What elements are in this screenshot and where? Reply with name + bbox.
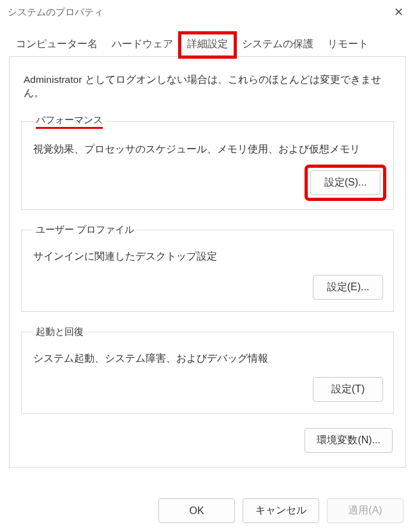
group-performance: パフォーマンス 視覚効果、プロセッサのスケジュール、メモリ使用、および仮想メモリ… xyxy=(21,114,394,210)
desc-startup-recovery: システム起動、システム障害、およびデバッグ情報 xyxy=(33,352,382,366)
tab-computer-name[interactable]: コンピューター名 xyxy=(9,33,105,57)
group-user-profile: ユーザー プロファイル サインインに関連したデスクトップ設定 設定(E)... xyxy=(21,224,394,312)
legend-performance: パフォーマンス xyxy=(33,114,105,129)
advanced-panel: Administrator としてログオンしない場合は、これらのほとんどは変更で… xyxy=(9,57,406,468)
legend-user-profile: ユーザー プロファイル xyxy=(33,224,137,236)
desc-performance: 視覚効果、プロセッサのスケジュール、メモリ使用、および仮想メモリ xyxy=(33,143,382,156)
legend-startup-recovery: 起動と回復 xyxy=(33,326,86,338)
legend-performance-label: パフォーマンス xyxy=(36,114,103,129)
group-startup-recovery: 起動と回復 システム起動、システム障害、およびデバッグ情報 設定(T) xyxy=(21,326,394,414)
settings-performance-button[interactable]: 設定(S)... xyxy=(310,170,381,195)
close-icon[interactable]: ✕ xyxy=(389,4,409,20)
tab-advanced[interactable]: 詳細設定 xyxy=(180,33,235,57)
dialog-footer: OK キャンセル 適用(A) xyxy=(0,491,415,532)
settings-user-profile-button[interactable]: 設定(E)... xyxy=(313,275,383,300)
titlebar: システムのプロパティ ✕ xyxy=(0,0,415,24)
tab-hardware[interactable]: ハードウェア xyxy=(105,33,180,57)
tab-remote[interactable]: リモート xyxy=(321,33,375,57)
settings-startup-recovery-button[interactable]: 設定(T) xyxy=(313,377,383,402)
tab-system-protection[interactable]: システムの保護 xyxy=(235,33,321,57)
desc-user-profile: サインインに関連したデスクトップ設定 xyxy=(33,250,382,263)
cancel-button[interactable]: キャンセル xyxy=(243,498,319,523)
apply-button[interactable]: 適用(A) xyxy=(327,498,404,523)
window-title: システムのプロパティ xyxy=(8,6,103,18)
ok-button[interactable]: OK xyxy=(158,498,235,523)
highlight-performance-settings: 設定(S)... xyxy=(308,168,383,198)
environment-variables-button[interactable]: 環境変数(N)... xyxy=(305,428,393,453)
admin-note: Administrator としてログオンしない場合は、これらのほとんどは変更で… xyxy=(24,73,391,100)
tabs: コンピューター名 ハードウェア 詳細設定 システムの保護 リモート xyxy=(0,24,415,57)
